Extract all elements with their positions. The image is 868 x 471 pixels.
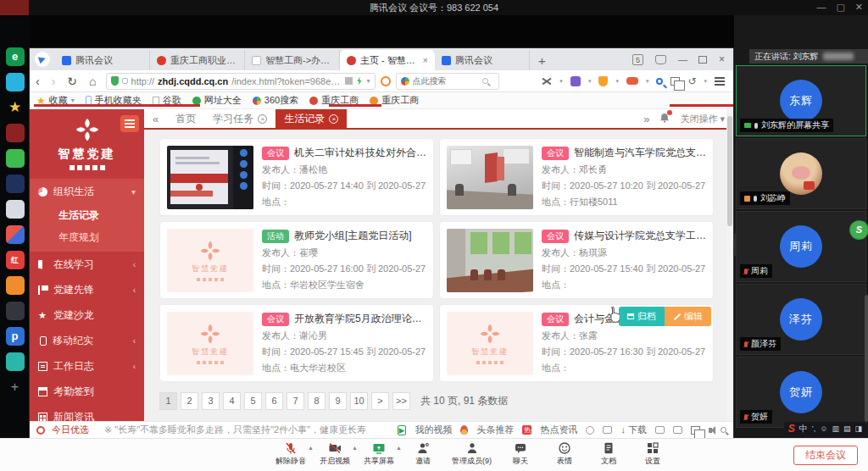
browser-tab-5[interactable]: 腾讯会议: [435, 50, 530, 70]
close-operations-menu[interactable]: 关闭操作 ▾: [680, 113, 725, 125]
page-3[interactable]: 3: [202, 392, 220, 410]
sidebar-item-attendance[interactable]: 考勤签到: [30, 379, 144, 404]
taskbar-dark-app-icon[interactable]: [6, 302, 25, 320]
sidebar-item-work-log[interactable]: 工作日志‹: [30, 353, 144, 379]
extension-shield-icon[interactable]: [598, 76, 608, 86]
minimize-icon[interactable]: ―: [816, 2, 826, 13]
url-box[interactable]: http:// zhdj.cqdd.cq.cn /index.html?toke…: [106, 73, 376, 90]
taskbar-appstore-icon[interactable]: [6, 225, 25, 244]
browser-tab-2[interactable]: 重庆工商职业学院: [150, 50, 245, 70]
taskbar-app-icon[interactable]: [6, 73, 25, 91]
url-dropdown-icon[interactable]: ▾: [367, 77, 370, 85]
browser-tab-1[interactable]: 腾讯会议: [55, 50, 150, 70]
browser-menu-icon[interactable]: [715, 77, 725, 86]
participant-tile-4[interactable]: 泽芬 颜泽芬: [736, 284, 866, 355]
page-8[interactable]: 8: [308, 392, 326, 410]
sidebar-collapse-button[interactable]: [120, 115, 139, 132]
archive-button[interactable]: 归档: [619, 307, 665, 326]
refresh-icon[interactable]: ↻: [61, 75, 83, 88]
browser-logo-icon[interactable]: [35, 52, 50, 67]
search-input[interactable]: [413, 76, 479, 86]
invite-button[interactable]: 邀请: [408, 441, 438, 467]
page-1[interactable]: 1: [159, 392, 177, 410]
split-window-icon[interactable]: [691, 426, 700, 435]
record-card-4[interactable]: 会议传媒与设计学院党总支学工支部[教师党... 发布人：杨琪源 时间：2020-…: [439, 221, 714, 299]
taskbar-camera-icon[interactable]: [6, 124, 25, 142]
ime-bar[interactable]: S 中 ’, ☺ ▥ ▤ ◨: [784, 422, 866, 435]
emoji-button[interactable]: 表情: [549, 441, 580, 467]
tab-close-icon[interactable]: [329, 114, 338, 124]
card-title[interactable]: 传媒与设计学院党总支学工支部[教师党...: [574, 229, 706, 243]
start-video-button[interactable]: ▲ 开启视频: [320, 441, 350, 467]
sidebar-item-party-salon[interactable]: ★党建沙龙: [30, 302, 144, 328]
tabs-collapse-icon[interactable]: «: [144, 113, 167, 125]
caret-up-icon[interactable]: ▲: [308, 445, 314, 451]
ime-mic-icon[interactable]: ▥: [832, 424, 839, 433]
taskbar-browser-icon[interactable]: e: [6, 47, 25, 66]
record-card-5[interactable]: 智慧党建 会议开放教育学院5月政治理论学习 发布人：谢沁男 时间：2020-05…: [159, 304, 434, 382]
daily-picks-label[interactable]: 今日优选: [52, 424, 89, 436]
chat-button[interactable]: 聊天: [505, 441, 536, 467]
last-page-button[interactable]: >>: [392, 392, 410, 410]
ime-keyboard-icon[interactable]: ▤: [843, 424, 851, 433]
forward-icon[interactable]: ›: [46, 75, 62, 88]
sidebar-scrollbar[interactable]: [865, 295, 868, 422]
tab-close-icon[interactable]: ×: [423, 55, 428, 65]
next-page-button[interactable]: >: [371, 392, 389, 410]
tab-close-icon[interactable]: [258, 114, 267, 124]
reader-mode-icon[interactable]: [345, 77, 353, 85]
ime-mode[interactable]: 中: [799, 423, 808, 435]
speed-mode-icon[interactable]: [357, 77, 363, 86]
browser-tab-3[interactable]: 智慧工商->办事大厅: [245, 50, 340, 70]
tabs-expand-icon[interactable]: »: [643, 113, 649, 125]
card-title[interactable]: 智能制造与汽车学院党总支[其他]党总...: [574, 146, 706, 160]
multi-window-icon[interactable]: [670, 77, 680, 86]
sidebar-item-party-pioneer[interactable]: 党建先锋‹: [30, 277, 144, 302]
tab-count-badge[interactable]: 5: [632, 54, 643, 65]
search-icon[interactable]: [482, 78, 488, 84]
zoom-icon[interactable]: [721, 427, 726, 433]
page-6[interactable]: 6: [265, 392, 283, 410]
taskbar-star-icon[interactable]: ★: [6, 98, 25, 117]
search-box[interactable]: [396, 73, 499, 90]
taskbar-red-app-icon[interactable]: 红: [6, 251, 25, 269]
browser-tab-4-active[interactable]: 主页 - 智慧党建纪实 ×: [340, 50, 435, 70]
speaker-icon[interactable]: [709, 428, 712, 433]
game-center-icon[interactable]: [626, 77, 638, 85]
notification-bell-icon[interactable]: [659, 113, 670, 125]
screenshot-icon[interactable]: [542, 76, 552, 86]
find-icon[interactable]: [656, 78, 663, 85]
sidebar-item-mobile-records[interactable]: 移动纪实‹: [30, 328, 144, 353]
taskbar-docs-icon[interactable]: [6, 175, 25, 193]
taskbar-add-icon[interactable]: +: [6, 378, 25, 396]
page-9[interactable]: 9: [329, 392, 347, 410]
download-label[interactable]: ↓ 下载: [620, 424, 647, 436]
my-video-label[interactable]: 我的视频: [415, 424, 452, 436]
new-tab-button[interactable]: +: [530, 53, 556, 70]
sidebar-item-organization-life[interactable]: 组织生活 ▾: [30, 179, 144, 204]
maximize-icon[interactable]: ▢: [836, 2, 844, 13]
unmute-button[interactable]: ▲ 解除静音: [275, 441, 306, 467]
sidebar-item-annual-plan[interactable]: 年度规划: [30, 226, 144, 248]
caret-up-icon[interactable]: ▲: [352, 445, 358, 451]
home-icon[interactable]: ⌂: [83, 75, 102, 88]
tab-life-records-active[interactable]: 生活记录: [275, 109, 347, 129]
taskbar-wechat-icon[interactable]: [6, 149, 25, 168]
browser-close-icon[interactable]: ×: [719, 53, 725, 65]
print-icon[interactable]: [655, 426, 665, 434]
ime-skin-icon[interactable]: ◨: [854, 424, 862, 433]
edit-button[interactable]: 编辑: [665, 307, 711, 326]
taskbar-notes-icon[interactable]: [6, 200, 25, 219]
share-screen-button[interactable]: ▲ 共享屏幕: [364, 441, 394, 467]
record-card-3[interactable]: 智慧党建 活动教师党小组[主题党日活动] 发布人：崔璎 时间：2020-05-2…: [159, 221, 434, 299]
page-10[interactable]: 10: [350, 392, 368, 410]
page-2[interactable]: 2: [181, 392, 198, 410]
record-card-6[interactable]: 归档 编辑 智慧党建 会议会计与金融学院党总支... 发布人：张露: [439, 304, 714, 382]
page-scrollbar[interactable]: [726, 109, 733, 421]
participant-tile-3[interactable]: 周莉 周莉: [736, 211, 866, 282]
browser-minimize-icon[interactable]: ―: [678, 54, 687, 64]
back-icon[interactable]: ‹: [30, 75, 46, 88]
extension-purple-icon[interactable]: [570, 76, 581, 86]
participant-tile-2[interactable]: 刘苾峥: [736, 138, 866, 209]
settings-button[interactable]: 设置: [637, 441, 668, 467]
